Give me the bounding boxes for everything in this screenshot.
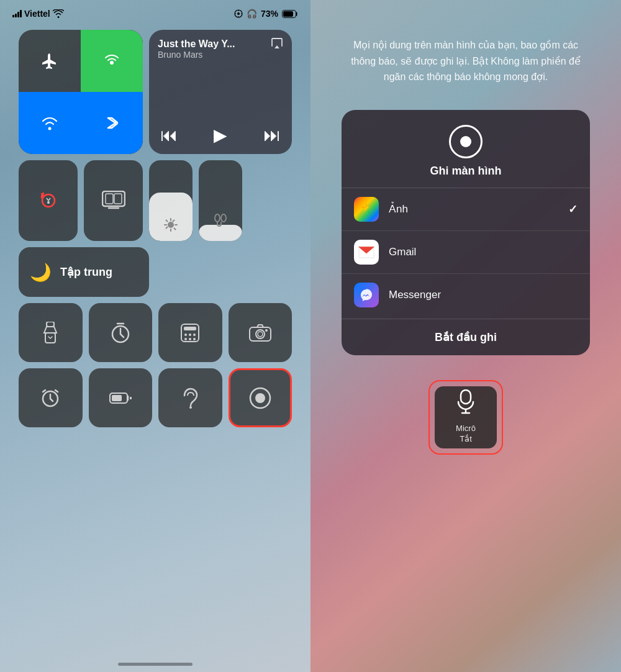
messenger-app-name: Messenger [389,289,578,301]
micro-container: Micrô Tắt [428,380,503,455]
alarm-button[interactable] [19,368,83,427]
bottom-grid [19,303,292,427]
photos-app-name: Ảnh [389,202,558,216]
airplay-icon[interactable] [271,37,283,52]
headphone-icon: 🎧 [247,9,257,19]
svg-rect-10 [114,194,122,204]
carrier-name: Viettel [24,9,50,19]
app-item-photos[interactable]: Ảnh ✓ [342,188,590,230]
moon-icon: 🌙 [30,262,52,283]
screen-mirror-button[interactable] [84,160,143,241]
svg-point-21 [193,334,196,336]
photos-app-icon [354,197,379,222]
focus-label: Tập trung [60,265,112,279]
timer-button[interactable] [89,303,153,362]
svg-point-13 [221,214,226,222]
svg-point-11 [168,222,174,228]
play-button[interactable]: ▶ [214,125,227,145]
app-item-messenger[interactable]: Messenger [342,273,590,316]
app-item-gmail[interactable]: Gmail [342,230,590,273]
next-track-button[interactable]: ⏭ [263,125,281,145]
orientation-lock-icon [234,9,243,18]
micro-highlight-border: Micrô Tắt [428,380,503,455]
svg-point-33 [189,406,192,409]
volume-icon [209,209,232,235]
home-indicator [118,663,193,666]
svg-point-5 [48,127,52,130]
control-center: Just the Way Y... Bruno Mars ⏮ ▶ ⏭ [19,30,292,427]
connectivity-block [19,30,143,154]
left-panel: Viettel 🎧 73% [0,0,310,672]
top-row: Just the Way Y... Bruno Mars ⏮ ▶ ⏭ [19,30,292,154]
popup-title: Ghi màn hình [342,165,590,178]
screen-record-popup: Ghi màn hình [342,110,590,355]
micro-label: Micrô Tắt [456,424,476,445]
brightness-icon [164,218,178,235]
record-outer-circle [449,125,483,158]
record-inner-circle [460,136,471,147]
battery-icon [282,10,298,18]
svg-rect-3 [283,11,293,17]
music-player-block[interactable]: Just the Way Y... Bruno Mars ⏮ ▶ ⏭ [149,30,292,154]
svg-rect-38 [461,390,471,404]
airplane-mode-button[interactable] [19,30,81,92]
focus-row: 🌙 Tập trung [19,247,292,297]
bluetooth-button[interactable] [81,92,143,154]
prev-track-button[interactable]: ⏮ [160,125,178,145]
svg-rect-18 [184,327,196,330]
microphone-icon [456,389,476,420]
svg-point-19 [184,334,187,336]
svg-point-28 [265,329,268,332]
music-title: Just the Way Y... [158,39,283,50]
info-text: Mọi nội dung trên màn hình của bạn, bao … [348,37,584,85]
svg-rect-14 [47,322,54,327]
volume-slider[interactable] [199,160,242,241]
wifi-toggle-button[interactable] [19,92,81,154]
start-record-label: Bắt đầu ghi [435,330,497,344]
svg-point-26 [256,330,265,338]
screen-rotation-lock-button[interactable] [19,160,78,241]
middle-row [19,160,292,241]
gmail-app-name: Gmail [389,246,578,258]
music-controls: ⏮ ▶ ⏭ [158,125,283,145]
focus-mode-button[interactable]: 🌙 Tập trung [19,247,149,297]
status-bar: Viettel 🎧 73% [0,0,310,24]
svg-rect-31 [112,395,122,401]
svg-point-24 [193,338,196,340]
status-right: 🎧 73% [234,9,298,19]
svg-point-22 [184,338,187,340]
battery-percent: 73% [261,9,278,19]
svg-point-20 [189,334,191,336]
svg-point-7 [47,201,50,204]
gmail-app-icon [354,240,379,265]
svg-point-4 [110,61,114,65]
micro-button[interactable]: Micrô Tắt [435,386,497,448]
svg-rect-32 [130,397,132,399]
popup-record-icon [342,125,590,158]
start-record-button[interactable]: Bắt đầu ghi [342,319,590,355]
calculator-button[interactable] [158,303,222,362]
camera-button[interactable] [229,303,292,362]
svg-point-1 [237,12,240,15]
svg-rect-9 [106,194,113,204]
svg-point-35 [255,393,265,403]
right-panel: Mọi nội dung trên màn hình của bạn, bao … [310,0,621,672]
hotspot-button[interactable] [81,30,143,92]
svg-point-23 [189,338,191,340]
messenger-app-icon [354,283,379,307]
status-left: Viettel [12,9,64,19]
screen-record-button[interactable] [229,368,292,427]
svg-point-12 [215,214,220,222]
signal-bars-icon [12,10,22,17]
wifi-status-icon [53,9,64,18]
photos-checkmark: ✓ [568,202,578,216]
battery-case-button[interactable] [89,368,153,427]
brightness-slider[interactable] [149,160,193,241]
flashlight-button[interactable] [19,303,83,362]
music-artist: Bruno Mars [158,50,283,60]
svg-point-27 [258,332,263,337]
hearing-button[interactable] [158,368,222,427]
